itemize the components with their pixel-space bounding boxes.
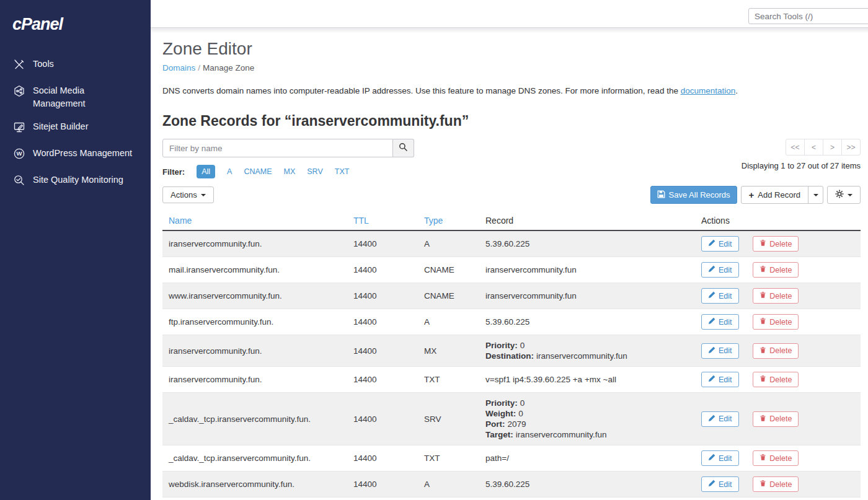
column-header-record: Record [485, 216, 513, 226]
edit-button-label: Edit [719, 454, 732, 463]
record-value [479, 498, 695, 500]
delete-button[interactable]: Delete [753, 343, 799, 359]
edit-button-label: Edit [719, 266, 732, 274]
pencil-icon [708, 239, 715, 248]
pagination-last-button[interactable]: >> [841, 139, 861, 156]
add-record-label: Add Record [758, 190, 800, 200]
record-field-label: Priority: [485, 341, 518, 350]
record-field: Priority:0 [485, 340, 689, 351]
record-field-value: iranservercommunity.fun [516, 430, 607, 439]
sidebar-item-tools[interactable]: Tools [0, 53, 151, 79]
sidebar-item-label: WordPress Management [33, 147, 132, 160]
filter-by-name-input[interactable] [162, 139, 393, 157]
filter-pill-all[interactable]: All [197, 165, 215, 178]
record-value: 5.39.60.225 [479, 471, 695, 498]
sidebar-item-label: Social Media Management [33, 84, 135, 110]
filter-pill-mx[interactable]: MX [284, 167, 296, 176]
delete-button[interactable]: Delete [753, 450, 799, 466]
filter-pill-srv[interactable]: SRV [307, 167, 322, 176]
actions-dropdown-button[interactable]: Actions [162, 186, 214, 203]
delete-button[interactable]: Delete [753, 476, 799, 492]
record-field: Destination:iranservercommunity.fun [485, 351, 689, 361]
pagination-prev-button[interactable]: < [804, 139, 823, 156]
add-record-button-group: + Add Record [741, 186, 823, 204]
table-row: www.iranservercommunity.fun. 14400 CNAME… [162, 283, 861, 309]
pagination-next-button[interactable]: > [823, 139, 842, 156]
sidebar-item-label: Site Quality Monitoring [33, 173, 123, 186]
record-ttl: 14400 [347, 471, 418, 498]
delete-button[interactable]: Delete [753, 262, 799, 278]
record-field-label: Weight: [485, 409, 516, 418]
record-value: Priority:0Weight:0Port:2079Target:iranse… [479, 393, 695, 445]
filter-pill-a[interactable]: A [227, 167, 232, 176]
record-field-label: Priority: [485, 398, 518, 408]
table-row: mail.iranservercommunity.fun. 14400 CNAM… [162, 257, 861, 283]
record-field-value: 0 [518, 409, 523, 418]
sidebar-item-wordpress-management[interactable]: W WordPress Management [0, 142, 151, 169]
record-type: TXT [418, 445, 479, 471]
record-type: A [418, 230, 479, 257]
table-row: iranservercommunity.fun. 14400 A 5.39.60… [162, 230, 861, 257]
delete-button[interactable]: Delete [753, 372, 799, 387]
save-all-records-button[interactable]: Save All Records [650, 186, 737, 204]
delete-button[interactable]: Delete [753, 236, 799, 252]
zone-records-heading: Zone Records for “iranservercommunity.fu… [162, 113, 861, 129]
edit-button[interactable]: Edit [701, 236, 739, 252]
record-value: path=/ [479, 445, 695, 471]
record-field-label: Port: [485, 419, 505, 429]
delete-button[interactable]: Delete [753, 411, 799, 427]
column-header-type[interactable]: Type [424, 216, 443, 226]
record-name: mail.iranservercommunity.fun. [162, 257, 347, 283]
record-type: SRV [418, 393, 479, 445]
record-ttl: 14400 [347, 393, 418, 445]
record-value: 5.39.60.225 [479, 309, 695, 335]
column-header-name[interactable]: Name [169, 216, 192, 226]
delete-button-label: Delete [769, 318, 792, 327]
edit-button-label: Edit [719, 346, 732, 355]
record-ttl: 14400 [347, 257, 418, 283]
description-text: DNS converts domain names into computer-… [162, 86, 681, 95]
table-settings-button[interactable] [827, 186, 861, 204]
sidebar-item-label: Tools [33, 58, 54, 71]
page-title: Zone Editor [162, 39, 861, 59]
sidebar-item-social-media-management[interactable]: Social Media Management [0, 79, 151, 115]
edit-button-label: Edit [719, 292, 732, 300]
record-type: A [418, 309, 479, 335]
edit-button[interactable]: Edit [701, 314, 739, 330]
breadcrumb-current: Manage Zone [203, 63, 254, 72]
table-row: ftp.iranservercommunity.fun. 14400 A 5.3… [162, 309, 861, 335]
filter-search-button[interactable] [393, 139, 414, 157]
search-tools-input[interactable] [748, 8, 868, 24]
record-name: www.iranservercommunity.fun. [162, 283, 347, 309]
edit-button[interactable]: Edit [701, 343, 739, 359]
filter-pill-txt[interactable]: TXT [335, 167, 350, 176]
table-actions-row: Actions Save All Records + Add Record [162, 186, 861, 204]
sidebar-item-sitejet-builder[interactable]: Sitejet Builder [0, 115, 151, 142]
table-row: iranservercommunity.fun. 14400 TXT v=spf… [162, 367, 861, 393]
record-name: iranservercommunity.fun. [162, 367, 347, 393]
edit-button[interactable]: Edit [701, 262, 739, 278]
delete-button[interactable]: Delete [753, 314, 799, 330]
edit-button[interactable]: Edit [701, 372, 739, 387]
documentation-link[interactable]: documentation [681, 86, 736, 95]
chevron-down-icon [848, 194, 852, 196]
wordpress-icon: W [13, 147, 25, 164]
breadcrumb-domains-link[interactable]: Domains [162, 63, 195, 72]
edit-button[interactable]: Edit [701, 411, 739, 427]
filter-pill-cname[interactable]: CNAME [244, 167, 272, 176]
record-field-value: 0 [520, 398, 525, 408]
delete-button[interactable]: Delete [753, 288, 799, 304]
trash-icon [760, 375, 766, 384]
sidebar-item-site-quality-monitoring[interactable]: Site Quality Monitoring [0, 169, 151, 195]
filter-input-group [162, 139, 414, 157]
column-header-ttl[interactable]: TTL [353, 216, 369, 226]
pencil-icon [708, 375, 715, 384]
edit-button-label: Edit [719, 414, 732, 423]
add-record-button[interactable]: + Add Record [741, 186, 808, 204]
edit-button[interactable]: Edit [701, 288, 739, 304]
edit-button[interactable]: Edit [701, 450, 739, 466]
pagination-first-button[interactable]: << [786, 139, 805, 156]
pencil-icon [708, 480, 715, 489]
edit-button[interactable]: Edit [701, 476, 739, 492]
add-record-dropdown-toggle[interactable] [808, 186, 823, 204]
